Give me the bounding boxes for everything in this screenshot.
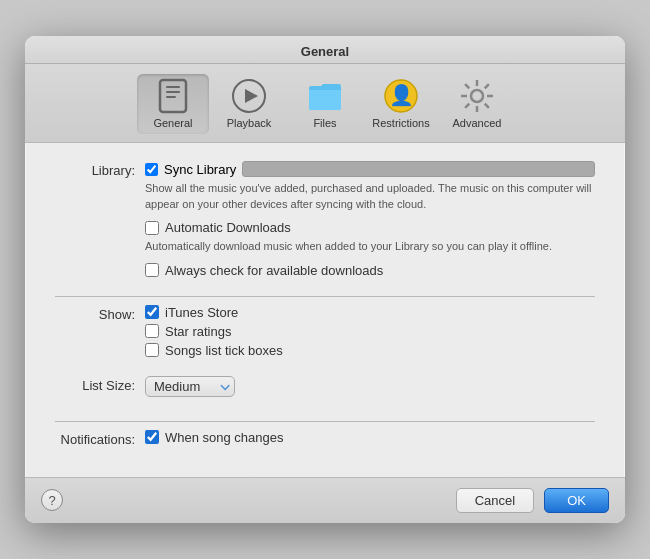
toolbar: General Playback Files bbox=[25, 64, 625, 143]
star-ratings-checkbox[interactable] bbox=[145, 324, 159, 338]
svg-marker-5 bbox=[245, 89, 258, 103]
window-title: General bbox=[301, 44, 349, 59]
show-content: iTunes Store Star ratings Songs list tic… bbox=[145, 305, 595, 362]
show-label: Show: bbox=[55, 305, 145, 322]
list-size-label: List Size: bbox=[55, 376, 145, 393]
songs-tick-label: Songs list tick boxes bbox=[165, 343, 283, 358]
notifications-section: Notifications: When song changes bbox=[55, 430, 595, 449]
toolbar-item-general[interactable]: General bbox=[137, 74, 209, 134]
general-icon bbox=[155, 78, 191, 114]
svg-line-16 bbox=[465, 104, 469, 108]
restrictions-icon: 👤 bbox=[383, 78, 419, 114]
toolbar-advanced-label: Advanced bbox=[453, 117, 502, 129]
library-section: Library: Sync Library Show all the music… bbox=[55, 161, 595, 281]
list-size-section: List Size: Small Medium Large ⌵ bbox=[55, 376, 595, 407]
footer: ? Cancel OK bbox=[25, 477, 625, 523]
sync-library-label: Sync Library bbox=[164, 162, 236, 177]
svg-text:👤: 👤 bbox=[389, 83, 414, 107]
auto-download-description: Automatically download music when added … bbox=[145, 239, 595, 254]
check-downloads-row: Always check for available downloads bbox=[145, 263, 595, 278]
sync-progress-bar bbox=[242, 161, 595, 177]
svg-line-13 bbox=[465, 85, 469, 89]
advanced-icon bbox=[459, 78, 495, 114]
divider-2 bbox=[55, 421, 595, 422]
auto-download-checkbox[interactable] bbox=[145, 221, 159, 235]
toolbar-files-label: Files bbox=[313, 117, 336, 129]
svg-point-8 bbox=[471, 90, 483, 102]
title-bar: General bbox=[25, 36, 625, 64]
itunes-store-row: iTunes Store bbox=[145, 305, 595, 320]
sync-library-row: Sync Library bbox=[145, 161, 595, 177]
toolbar-item-playback[interactable]: Playback bbox=[213, 74, 285, 134]
svg-line-15 bbox=[485, 85, 489, 89]
when-song-changes-row: When song changes bbox=[145, 430, 595, 445]
toolbar-restrictions-label: Restrictions bbox=[372, 117, 429, 129]
library-content: Sync Library Show all the music you've a… bbox=[145, 161, 595, 281]
list-size-content: Small Medium Large ⌵ bbox=[145, 376, 595, 407]
itunes-store-checkbox[interactable] bbox=[145, 305, 159, 319]
auto-download-label: Automatic Downloads bbox=[165, 220, 291, 235]
playback-icon bbox=[231, 78, 267, 114]
ok-button[interactable]: OK bbox=[544, 488, 609, 513]
when-song-changes-label: When song changes bbox=[165, 430, 284, 445]
when-song-changes-checkbox[interactable] bbox=[145, 430, 159, 444]
svg-rect-3 bbox=[166, 96, 176, 98]
list-size-row: Small Medium Large ⌵ bbox=[145, 376, 595, 397]
songs-tick-row: Songs list tick boxes bbox=[145, 343, 595, 358]
files-icon bbox=[307, 78, 343, 114]
help-label: ? bbox=[48, 493, 55, 508]
toolbar-item-restrictions[interactable]: 👤 Restrictions bbox=[365, 74, 437, 134]
content-area: Library: Sync Library Show all the music… bbox=[25, 143, 625, 476]
star-ratings-row: Star ratings bbox=[145, 324, 595, 339]
check-downloads-label: Always check for available downloads bbox=[165, 263, 383, 278]
divider-1 bbox=[55, 296, 595, 297]
footer-buttons: Cancel OK bbox=[456, 488, 609, 513]
notifications-content: When song changes bbox=[145, 430, 595, 449]
auto-download-row: Automatic Downloads bbox=[145, 220, 595, 235]
svg-rect-1 bbox=[166, 86, 180, 88]
list-size-select-wrapper: Small Medium Large ⌵ bbox=[145, 376, 235, 397]
show-section: Show: iTunes Store Star ratings Songs li… bbox=[55, 305, 595, 362]
sync-library-checkbox[interactable] bbox=[145, 163, 158, 176]
notifications-label: Notifications: bbox=[55, 430, 145, 447]
check-downloads-checkbox[interactable] bbox=[145, 263, 159, 277]
preferences-window: General General Playback bbox=[25, 36, 625, 522]
svg-line-14 bbox=[485, 104, 489, 108]
cancel-button[interactable]: Cancel bbox=[456, 488, 534, 513]
svg-rect-2 bbox=[166, 91, 180, 93]
list-size-select[interactable]: Small Medium Large bbox=[145, 376, 235, 397]
toolbar-playback-label: Playback bbox=[227, 117, 272, 129]
sync-library-description: Show all the music you've added, purchas… bbox=[145, 181, 595, 212]
itunes-store-label: iTunes Store bbox=[165, 305, 238, 320]
songs-tick-checkbox[interactable] bbox=[145, 343, 159, 357]
toolbar-item-advanced[interactable]: Advanced bbox=[441, 74, 513, 134]
star-ratings-label: Star ratings bbox=[165, 324, 231, 339]
library-label: Library: bbox=[55, 161, 145, 178]
toolbar-general-label: General bbox=[153, 117, 192, 129]
help-button[interactable]: ? bbox=[41, 489, 63, 511]
toolbar-item-files[interactable]: Files bbox=[289, 74, 361, 134]
